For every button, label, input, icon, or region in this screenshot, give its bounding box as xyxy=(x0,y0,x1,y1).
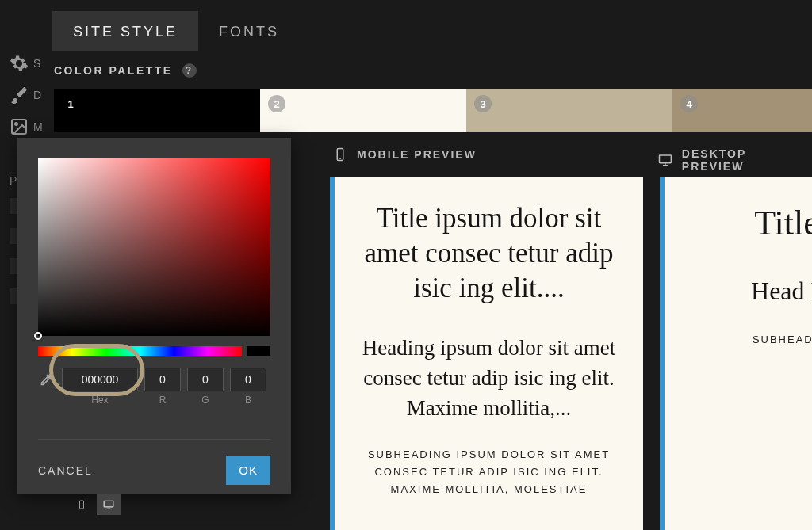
b-label: B xyxy=(230,395,266,406)
preview-heading: Head Maxim xyxy=(690,273,812,309)
svg-rect-7 xyxy=(80,501,84,509)
image-icon xyxy=(10,117,29,136)
desktop-icon xyxy=(658,153,672,167)
gear-icon xyxy=(10,54,29,73)
palette-section: COLOR PALETTE ? 1 2 3 4 xyxy=(54,63,812,132)
preview-subheading: SUBHEADING IPSUM DOLOR SIT AMET CONSEC T… xyxy=(360,446,618,498)
hex-label: Hex xyxy=(62,395,138,406)
mobile-preview-label: MOBILE PREVIEW xyxy=(357,148,477,161)
tabs-bar: SITE STYLE FONTS xyxy=(52,11,300,51)
r-input[interactable] xyxy=(144,368,181,391)
color-picker-popover: Hex R G B CANCEL OK xyxy=(17,138,291,494)
tab-site-style[interactable]: SITE STYLE xyxy=(52,11,198,51)
svg-rect-8 xyxy=(104,501,113,507)
rail-label: D xyxy=(33,89,41,101)
eyedropper-icon[interactable] xyxy=(38,371,56,388)
desktop-toggle[interactable] xyxy=(97,494,121,515)
hue-black-swatch[interactable] xyxy=(247,346,270,356)
swatch-4[interactable]: 4 xyxy=(672,89,812,132)
preview-subheading: SUBHEAD MOLESTIA xyxy=(690,331,812,349)
ok-button[interactable]: OK xyxy=(226,456,270,485)
rail-settings[interactable]: S xyxy=(0,48,43,79)
mobile-preview-header: MOBILE PREVIEW xyxy=(333,147,477,162)
tab-fonts[interactable]: FONTS xyxy=(198,11,300,51)
swatch-num: 2 xyxy=(268,95,285,112)
b-input[interactable] xyxy=(230,368,266,391)
cancel-button[interactable]: CANCEL xyxy=(38,464,93,477)
desktop-icon xyxy=(102,499,115,510)
swatches-row: 1 2 3 4 xyxy=(54,89,812,132)
desktop-preview-header: DESKTOP PREVIEW xyxy=(658,147,812,173)
mobile-toggle[interactable] xyxy=(70,494,94,515)
mobile-icon xyxy=(333,147,347,162)
g-label: G xyxy=(187,395,224,406)
swatch-1[interactable]: 1 xyxy=(54,89,260,132)
device-toggle xyxy=(70,494,121,515)
svg-point-1 xyxy=(15,123,17,125)
r-label: R xyxy=(144,395,181,406)
preview-title: Title i eli xyxy=(690,201,812,245)
hex-input[interactable] xyxy=(62,368,138,391)
swatch-2[interactable]: 2 xyxy=(260,89,466,132)
swatch-num: 1 xyxy=(62,95,79,112)
rail-label: S xyxy=(33,57,40,70)
preview-heading: Heading ipsum dolor sit amet consec tetu… xyxy=(360,334,618,423)
desktop-preview-pane: Title i eli Head Maxim SUBHEAD MOLESTIA xyxy=(660,177,812,530)
sv-cursor[interactable] xyxy=(34,332,42,340)
rail-design[interactable]: D xyxy=(0,79,43,111)
g-input[interactable] xyxy=(187,368,224,391)
hue-slider[interactable] xyxy=(38,346,242,356)
desktop-preview-label: DESKTOP PREVIEW xyxy=(682,147,812,173)
palette-label-text: COLOR PALETTE xyxy=(54,64,173,77)
help-icon[interactable]: ? xyxy=(182,63,197,78)
mobile-preview-pane: Title ipsum dolor sit amet consec tetur … xyxy=(330,177,643,530)
saturation-value-area[interactable] xyxy=(38,158,270,336)
divider xyxy=(38,439,270,440)
rail-label: M xyxy=(33,120,43,133)
svg-rect-4 xyxy=(659,155,671,163)
mobile-icon xyxy=(77,498,86,511)
brush-icon xyxy=(10,86,29,105)
palette-label: COLOR PALETTE ? xyxy=(54,63,197,78)
swatch-num: 4 xyxy=(680,95,698,112)
swatch-num: 3 xyxy=(474,95,492,112)
preview-title: Title ipsum dolor sit amet consec tetur … xyxy=(360,201,618,305)
swatch-3[interactable]: 3 xyxy=(466,89,672,132)
